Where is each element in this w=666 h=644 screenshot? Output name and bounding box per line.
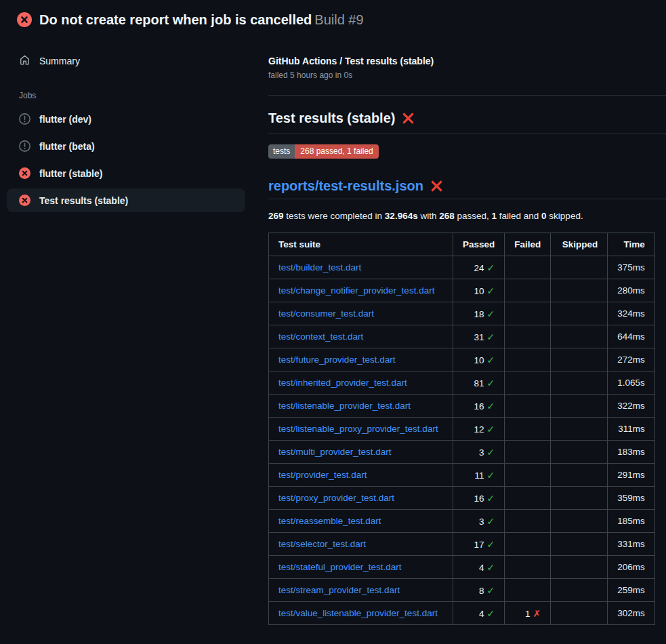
- x-circle-fill-icon: [19, 167, 30, 179]
- skipped-cell: [551, 464, 608, 487]
- table-row: test/value_listenable_provider_test.dart…: [269, 602, 655, 625]
- skipped-cell: [551, 395, 608, 418]
- alert-circle-icon: [19, 140, 30, 152]
- failed-cell: [505, 395, 551, 418]
- check-icon: ✓: [487, 516, 495, 527]
- sidebar-job-test-results-stable-[interactable]: Test results (stable): [7, 188, 245, 212]
- sidebar-job-flutter-dev-[interactable]: flutter (dev): [7, 107, 245, 131]
- check-icon: ✓: [487, 331, 495, 342]
- passed-cell: 31✓: [453, 325, 505, 348]
- passed-cell: 4✓: [453, 556, 505, 579]
- time-cell: 644ms: [608, 325, 655, 348]
- passed-cell: 3✓: [453, 510, 505, 533]
- check-icon: ✓: [487, 424, 495, 435]
- x-circle-fill-icon: [19, 195, 30, 206]
- passed-cell: 12✓: [453, 418, 505, 441]
- time-cell: 359ms: [608, 487, 655, 510]
- test-suite-cell: test/change_notifier_provider_test.dart: [269, 279, 453, 302]
- time-cell: 183ms: [608, 441, 655, 464]
- time-cell: 272ms: [608, 348, 655, 371]
- test-suite-cell: test/stream_provider_test.dart: [269, 579, 453, 602]
- header-skipped: Skipped: [551, 233, 608, 256]
- table-row: test/multi_provider_test.dart 3✓ 183ms: [269, 441, 655, 464]
- section-title-text: Test results (stable): [268, 110, 395, 126]
- skipped-cell: [551, 533, 608, 556]
- time-cell: 206ms: [608, 556, 655, 579]
- test-suite-link[interactable]: test/listenable_provider_test.dart: [278, 401, 411, 411]
- check-icon: ✓: [487, 608, 495, 619]
- test-suite-cell: test/stateful_provider_test.dart: [269, 556, 453, 579]
- time-cell: 324ms: [608, 302, 655, 325]
- test-suite-link[interactable]: test/value_listenable_provider_test.dart: [278, 608, 438, 618]
- test-suite-link[interactable]: test/stream_provider_test.dart: [278, 585, 400, 595]
- test-results-table: Test suite Passed Failed Skipped Time te…: [268, 233, 655, 625]
- table-row: test/listenable_proxy_provider_test.dart…: [269, 418, 655, 441]
- test-suite-link[interactable]: test/reassemble_test.dart: [278, 516, 381, 526]
- check-icon: ✓: [487, 539, 495, 550]
- skipped-cell: [551, 302, 608, 325]
- test-suite-link[interactable]: test/listenable_proxy_provider_test.dart: [278, 424, 438, 434]
- summary-label: Summary: [39, 56, 80, 66]
- test-suite-link[interactable]: test/future_provider_test.dart: [278, 355, 396, 365]
- report-file-link[interactable]: reports/test-results.json: [268, 178, 423, 194]
- test-suite-cell: test/provider_test.dart: [269, 464, 453, 487]
- main-content: GitHub Actions / Test results (stable) f…: [268, 33, 666, 625]
- header-failed: Failed: [505, 233, 551, 256]
- test-suite-link[interactable]: test/builder_test.dart: [278, 262, 361, 273]
- sidebar-job-flutter-stable-[interactable]: flutter (stable): [7, 161, 245, 185]
- sidebar-item-summary[interactable]: Summary: [7, 49, 245, 73]
- failed-cell: [505, 487, 551, 510]
- time-cell: 185ms: [608, 510, 655, 533]
- jobs-section-label: Jobs: [19, 91, 245, 100]
- test-suite-cell: test/future_provider_test.dart: [269, 348, 453, 371]
- check-icon: ✓: [487, 562, 495, 573]
- test-suite-link[interactable]: test/multi_provider_test.dart: [278, 447, 392, 457]
- test-suite-link[interactable]: test/consumer_test.dart: [278, 308, 374, 319]
- test-suite-link[interactable]: test/context_test.dart: [278, 331, 363, 342]
- table-row: test/builder_test.dart 24✓ 375ms: [269, 256, 655, 279]
- duration: 32.964s: [385, 211, 418, 221]
- failed-cell: [505, 302, 551, 325]
- table-header-row: Test suite Passed Failed Skipped Time: [269, 233, 655, 256]
- skipped-cell: [551, 418, 608, 441]
- passed-cell: 11✓: [453, 464, 505, 487]
- failed-cell: 1✗: [505, 602, 551, 625]
- table-row: test/listenable_provider_test.dart 16✓ 3…: [269, 395, 655, 418]
- page-title: Do not create report when job is cancell…: [39, 11, 364, 28]
- check-title: Do not create report when job is cancell…: [39, 12, 312, 27]
- table-row: test/selector_test.dart 17✓ 331ms: [269, 533, 655, 556]
- badge-value: 268 passed, 1 failed: [295, 144, 378, 159]
- passed-cell: 17✓: [453, 533, 505, 556]
- failed-cell: [505, 510, 551, 533]
- failed-cell: [505, 325, 551, 348]
- build-number: Build #9: [314, 12, 363, 27]
- test-suite-cell: test/selector_test.dart: [269, 533, 453, 556]
- skipped-cell: [551, 348, 608, 371]
- test-suite-link[interactable]: test/stateful_provider_test.dart: [278, 562, 402, 572]
- skipped-cell: [551, 602, 608, 625]
- test-suite-cell: test/proxy_provider_test.dart: [269, 487, 453, 510]
- test-suite-link[interactable]: test/provider_test.dart: [278, 470, 367, 480]
- jobs-list: flutter (dev) flutter (beta) flutter (st…: [7, 107, 245, 212]
- passed-cell: 16✓: [453, 395, 505, 418]
- sidebar-job-flutter-beta-[interactable]: flutter (beta): [7, 134, 245, 158]
- skipped-cell: [551, 487, 608, 510]
- failed-cell: [505, 533, 551, 556]
- sidebar: Summary Jobs flutter (dev) flutter (beta…: [0, 33, 268, 216]
- table-row: test/future_provider_test.dart 10✓ 272ms: [269, 348, 655, 371]
- summary-sentence: 269 tests were completed in 32.964s with…: [268, 211, 666, 221]
- check-icon: ✓: [487, 447, 495, 458]
- test-suite-link[interactable]: test/proxy_provider_test.dart: [278, 493, 394, 503]
- failed-cell: [505, 464, 551, 487]
- test-suite-link[interactable]: test/change_notifier_provider_test.dart: [278, 285, 434, 296]
- test-suite-link[interactable]: test/inherited_provider_test.dart: [278, 378, 407, 388]
- test-suite-link[interactable]: test/selector_test.dart: [278, 539, 366, 549]
- check-icon: ✓: [487, 585, 495, 596]
- job-label: flutter (stable): [39, 168, 102, 179]
- alert-circle-icon: [19, 113, 30, 125]
- skipped-cell: [551, 441, 608, 464]
- check-icon: ✓: [487, 308, 495, 319]
- time-cell: 259ms: [608, 579, 655, 602]
- skipped-cell: [551, 256, 608, 279]
- header-passed: Passed: [453, 233, 505, 256]
